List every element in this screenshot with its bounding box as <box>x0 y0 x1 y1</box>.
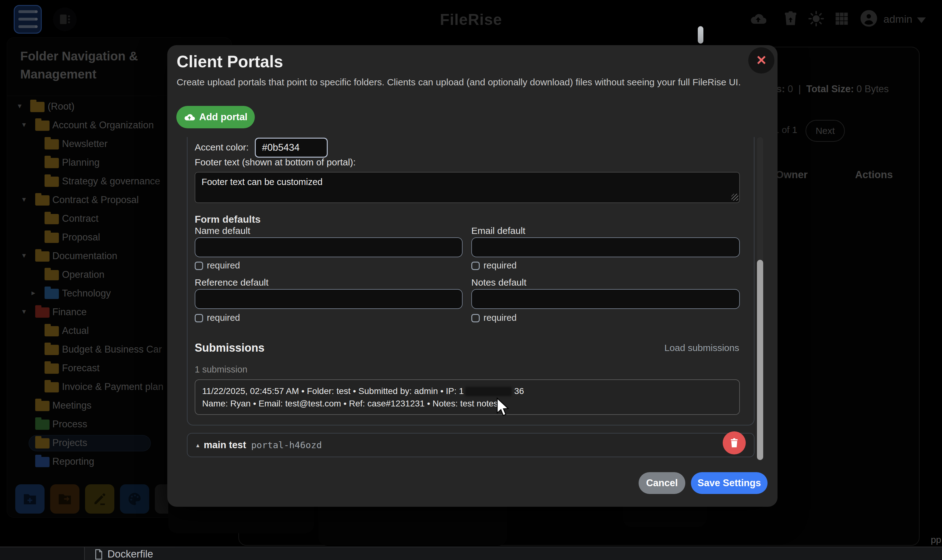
dialog-title: Client Portals <box>177 52 283 71</box>
reference-required-row[interactable]: required <box>195 313 240 323</box>
required-label: required <box>483 313 517 323</box>
form-defaults-heading: Form defaults <box>195 214 261 225</box>
mouse-cursor <box>496 397 510 417</box>
email-default-label: Email default <box>471 226 525 236</box>
delete-portal-button[interactable] <box>723 431 746 454</box>
email-default-input[interactable] <box>471 237 740 257</box>
reference-default-input[interactable] <box>195 289 463 309</box>
checkbox[interactable] <box>471 262 480 270</box>
reference-default-label: Reference default <box>195 277 268 288</box>
submission-entry: 11/22/2025, 02:45:57 AM • Folder: test •… <box>195 379 740 415</box>
email-required-row[interactable]: required <box>471 260 517 271</box>
client-portals-dialog: ✕ Client Portals Create upload portals t… <box>167 45 777 507</box>
notes-default-input[interactable] <box>471 289 740 309</box>
accent-color-label: Accent color: <box>195 142 249 152</box>
submissions-heading: Submissions <box>195 342 265 354</box>
bottom-status-bar: Dockerfile <box>0 547 942 560</box>
dialog-subtitle: Create upload portals that point to spec… <box>177 77 741 88</box>
add-portal-label: Add portal <box>199 111 248 123</box>
footer-text-input[interactable]: Footer text can be customized <box>195 172 740 203</box>
bottom-bar-segment <box>0 547 85 560</box>
trash-icon <box>728 437 740 449</box>
add-portal-button[interactable]: Add portal <box>176 106 255 128</box>
save-settings-button[interactable]: Save Settings <box>691 472 768 494</box>
required-label: required <box>207 260 240 270</box>
name-required-row[interactable]: required <box>195 260 240 271</box>
accent-color-input[interactable] <box>255 138 328 158</box>
footer-text-label: Footer text (shown at bottom of portal): <box>195 157 356 168</box>
notes-required-row[interactable]: required <box>471 313 517 323</box>
load-submissions-link[interactable]: Load submissions <box>665 343 739 353</box>
collapse-marker-icon[interactable]: ▴ <box>196 442 199 449</box>
checkbox[interactable] <box>471 314 480 322</box>
notes-default-label: Notes default <box>471 277 526 288</box>
file-icon <box>94 549 104 560</box>
portal-slug: portal-h46ozd <box>251 440 322 450</box>
portal-name: main test <box>204 440 246 451</box>
cloud-upload-icon <box>184 111 195 123</box>
name-default-input[interactable] <box>195 237 463 257</box>
close-button[interactable]: ✕ <box>748 47 774 74</box>
submission-line-1: 11/22/2025, 02:45:57 AM • Folder: test •… <box>202 385 733 397</box>
portal-settings-scroll-area: Accent color: Footer text (shown at bott… <box>187 137 765 461</box>
submission-count: 1 submission <box>195 365 247 375</box>
bottom-file-name[interactable]: Dockerfile <box>108 548 153 560</box>
name-default-label: Name default <box>195 226 250 236</box>
redacted-ip <box>465 387 512 396</box>
required-label: required <box>483 260 517 270</box>
scrollbar-thumb[interactable] <box>757 260 763 460</box>
scrollbar-track[interactable] <box>757 137 763 461</box>
required-label: required <box>207 313 240 323</box>
checkbox[interactable] <box>195 314 203 322</box>
resize-handle[interactable] <box>731 194 738 201</box>
checkbox[interactable] <box>195 262 203 270</box>
submission-line-2: Name: Ryan • Email: test@test.com • Ref:… <box>202 397 733 410</box>
cancel-button[interactable]: Cancel <box>639 472 685 494</box>
scrollbar-thumb[interactable] <box>698 26 703 44</box>
portal-list-item[interactable]: ▴ main test portal-h46ozd <box>187 433 754 457</box>
